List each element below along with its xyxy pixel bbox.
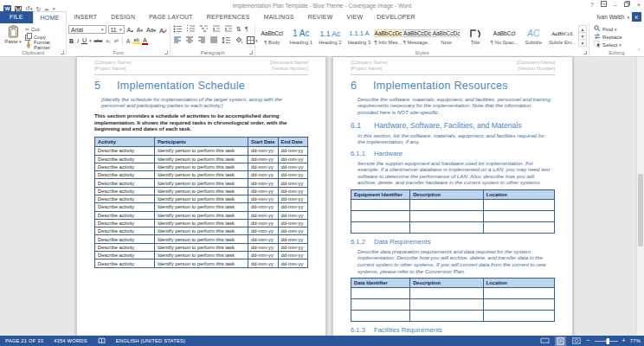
help-icon[interactable]: ? bbox=[590, 2, 594, 8]
table-row[interactable] bbox=[351, 221, 555, 233]
style-title[interactable]: Title bbox=[461, 25, 490, 48]
guidance-text[interactable]: Describe the software, materials, equipm… bbox=[357, 96, 551, 116]
table-row[interactable] bbox=[351, 210, 555, 221]
table-row[interactable] bbox=[351, 299, 555, 311]
subsection-heading[interactable]: 6.1.2 Data Requirements bbox=[351, 238, 555, 246]
tab-mailings[interactable]: MAILINGS bbox=[257, 11, 301, 23]
style-heading-3[interactable]: 1.1.1 A Heading 3 bbox=[345, 25, 374, 48]
superscript-button[interactable]: x² bbox=[113, 38, 119, 43]
print-layout-icon[interactable] bbox=[555, 336, 566, 346]
tab-page-layout[interactable]: PAGE LAYOUT bbox=[142, 11, 200, 23]
tab-design[interactable]: DESIGN bbox=[104, 11, 142, 23]
shrink-font-button[interactable]: A▾ bbox=[136, 27, 144, 33]
style-body[interactable]: AaBbCcI ¶ Body bbox=[258, 25, 287, 48]
font-color-button[interactable]: A bbox=[142, 37, 148, 45]
sort-icon[interactable]: ⇅ bbox=[235, 26, 242, 33]
underline-button[interactable]: U bbox=[81, 37, 87, 44]
language-indicator[interactable]: ENGLISH (UNITED STATES) bbox=[111, 338, 190, 343]
tab-view[interactable]: VIEW bbox=[340, 11, 370, 23]
page-indicator[interactable]: PAGE 21 OF 33 bbox=[0, 338, 48, 343]
style-heading-2[interactable]: 1.1 Ac Heading 2 bbox=[316, 25, 345, 48]
tab-review[interactable]: REVIEW bbox=[301, 11, 340, 23]
style-message[interactable]: AaBbCcDc ¶ Message... bbox=[403, 25, 432, 48]
decrease-indent-icon[interactable] bbox=[211, 25, 222, 33]
tab-references[interactable]: REFERENCES bbox=[200, 11, 257, 23]
zoom-level[interactable]: 77% bbox=[630, 338, 641, 343]
section-heading[interactable]: 6 Implementation Resources bbox=[351, 80, 555, 92]
guidance-text[interactable]: Describe data preparation requirements a… bbox=[357, 248, 551, 274]
table-row[interactable]: Describe activity Identify person to per… bbox=[95, 155, 308, 163]
body-paragraph[interactable]: This section provides a schedule of acti… bbox=[94, 112, 308, 132]
change-case-button[interactable]: Aa▾ bbox=[145, 27, 157, 33]
scrollbar-thumb[interactable] bbox=[638, 174, 643, 247]
table-row[interactable] bbox=[351, 311, 555, 322]
format-painter-button[interactable]: Format Painter bbox=[25, 41, 66, 48]
zoom-slider[interactable] bbox=[595, 341, 618, 342]
clear-formatting-icon[interactable]: A bbox=[158, 26, 168, 34]
italic-button[interactable]: I bbox=[76, 38, 80, 44]
highlight-color-button[interactable]: ab bbox=[132, 37, 140, 44]
ribbon-display-options-icon[interactable] bbox=[601, 1, 607, 8]
table-row[interactable]: Describe activity Identify person to per… bbox=[95, 187, 308, 195]
styles-more-icon[interactable]: ▼ bbox=[578, 39, 587, 47]
style-subtitle[interactable]: AC Subtitle bbox=[519, 25, 548, 48]
web-layout-icon[interactable] bbox=[570, 336, 582, 346]
tab-insert[interactable]: INSERT bbox=[67, 11, 104, 23]
subsection-heading[interactable]: 6.1 Hardware, Software, Facilities, and … bbox=[351, 121, 555, 130]
align-right-icon[interactable] bbox=[196, 36, 207, 44]
shading-icon[interactable] bbox=[234, 36, 244, 44]
table-row[interactable]: Describe activity Identify person to per… bbox=[95, 227, 308, 235]
read-mode-icon[interactable] bbox=[539, 336, 551, 346]
paste-button[interactable]: Paste ▾ bbox=[3, 25, 23, 48]
numbering-icon[interactable] bbox=[185, 25, 196, 33]
subsection-heading[interactable]: 6.1.3 Facilities Requirements bbox=[351, 326, 555, 334]
select-button[interactable]: Select▾ bbox=[594, 41, 622, 48]
table-row[interactable]: Describe activity Identify person to per… bbox=[95, 171, 308, 179]
style-no-spacing[interactable]: AaBbCcI ¶ No Spac... bbox=[490, 25, 518, 48]
account-menu[interactable]: Ivan Walsh ▾ K bbox=[597, 12, 641, 22]
page-right[interactable]: [Company Name] [Project Name] [Document … bbox=[332, 57, 573, 336]
font-name-combobox[interactable]: Arial▾ bbox=[68, 25, 106, 34]
chevron-down-icon[interactable]: ▾ bbox=[89, 38, 92, 43]
page-header[interactable]: [Company Name] [Project Name] [Document … bbox=[94, 59, 308, 75]
zoom-slider-thumb[interactable] bbox=[607, 338, 609, 344]
restore-icon[interactable] bbox=[624, 1, 630, 8]
bold-button[interactable]: B bbox=[68, 38, 74, 44]
page-header[interactable]: [Company Name] [Project Name] [Document … bbox=[351, 59, 555, 75]
table-row[interactable]: Describe activity Identify person to per… bbox=[95, 211, 308, 219]
replace-button[interactable]: Replace bbox=[594, 33, 622, 41]
table-row[interactable]: Describe activity Identify person to per… bbox=[95, 163, 308, 170]
align-center-icon[interactable] bbox=[184, 36, 195, 44]
section-heading[interactable]: 5 Implementation Schedule bbox=[94, 80, 308, 92]
pilcrow-icon[interactable]: ¶ bbox=[244, 26, 249, 32]
style-subtle-emphasis[interactable]: AaBbCcL Subtle Em... bbox=[548, 25, 576, 48]
tab-home[interactable]: HOME bbox=[33, 11, 68, 23]
collapse-ribbon-icon[interactable]: ＾ bbox=[636, 47, 641, 54]
font-size-combobox[interactable]: 11▾ bbox=[108, 25, 125, 34]
vertical-scrollbar[interactable] bbox=[636, 57, 644, 336]
table-row[interactable]: Describe activity Identify person to per… bbox=[95, 179, 308, 187]
bullets-icon[interactable] bbox=[172, 25, 184, 33]
style-heading-1[interactable]: 1 Ac Heading 1 bbox=[287, 25, 316, 48]
word-count[interactable]: 4354 WORDS bbox=[48, 338, 93, 343]
table-row[interactable] bbox=[351, 199, 555, 210]
justify-icon[interactable] bbox=[209, 36, 219, 44]
multilevel-list-icon[interactable] bbox=[198, 25, 209, 33]
tab-developer[interactable]: DEVELOPER bbox=[370, 11, 422, 23]
page-left[interactable]: [Company Name] [Project Name] [Document … bbox=[76, 57, 326, 336]
table-row[interactable]: Describe activity Identify person to per… bbox=[95, 195, 308, 203]
table-row[interactable]: Describe activity Identify person to per… bbox=[95, 243, 308, 251]
zoom-in-icon[interactable]: + bbox=[622, 336, 626, 345]
table-row[interactable]: Describe activity Identify person to per… bbox=[95, 147, 308, 155]
tab-file[interactable]: FILE bbox=[0, 11, 33, 23]
proofing-book-icon[interactable] bbox=[93, 337, 111, 344]
align-left-icon[interactable] bbox=[172, 36, 183, 44]
text-effects-button[interactable]: A bbox=[126, 38, 132, 44]
zoom-out-icon[interactable]: − bbox=[586, 336, 589, 345]
data-requirements-table[interactable]: Data Identifier Description Location bbox=[351, 278, 555, 322]
table-row[interactable]: Describe activity Identify person to per… bbox=[95, 203, 308, 211]
table-row[interactable]: Describe activity Identify person to per… bbox=[95, 260, 308, 267]
guidance-text[interactable]: [Identify the schedule for implementatio… bbox=[101, 96, 305, 109]
table-row[interactable]: Describe activity Identify person to per… bbox=[95, 219, 308, 227]
guidance-text[interactable]: In this section, list the software, mate… bbox=[357, 132, 551, 145]
